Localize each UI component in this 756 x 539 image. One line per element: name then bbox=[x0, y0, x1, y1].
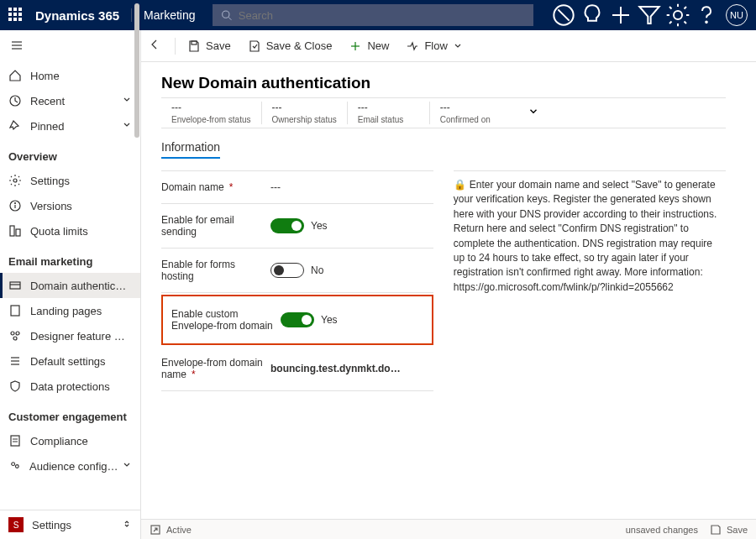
sidebar-item-default-settings[interactable]: Default settings bbox=[0, 348, 140, 374]
sidebar-item-label: Pinned bbox=[30, 120, 122, 133]
sidebar-item-data-protections[interactable]: Data protections bbox=[0, 374, 140, 399]
cmd-label: Save & Close bbox=[266, 39, 333, 52]
hamburger-icon[interactable] bbox=[0, 30, 140, 63]
compliance-icon bbox=[8, 434, 22, 447]
global-topbar: Dynamics 365 Marketing NU bbox=[0, 0, 756, 30]
sidebar-item-label: Designer feature … bbox=[30, 330, 132, 343]
page-body: New Domain authentication --- Envelope-f… bbox=[141, 62, 756, 539]
svg-point-29 bbox=[12, 463, 15, 466]
page-title: New Domain authentication bbox=[161, 74, 726, 92]
sidebar-item-compliance[interactable]: Compliance bbox=[0, 428, 140, 453]
plus-icon bbox=[349, 39, 362, 53]
field-enable-forms[interactable]: Enable for forms hosting No bbox=[161, 249, 433, 293]
area-switcher[interactable]: S Settings bbox=[0, 510, 140, 539]
designer-icon bbox=[8, 329, 22, 343]
svg-rect-28 bbox=[11, 436, 19, 446]
sidebar-item-quota[interactable]: Quota limits bbox=[0, 218, 140, 243]
plus-icon[interactable] bbox=[608, 0, 633, 30]
user-avatar[interactable]: NU bbox=[726, 4, 748, 26]
gear-icon[interactable] bbox=[665, 0, 690, 30]
sidebar-item-label: Domain authentic… bbox=[30, 280, 132, 292]
flow-button[interactable]: Flow bbox=[406, 39, 462, 53]
save-button[interactable]: Save bbox=[187, 39, 231, 53]
tab-information[interactable]: Information bbox=[161, 140, 220, 159]
new-button[interactable]: New bbox=[349, 39, 389, 53]
pin-icon bbox=[8, 119, 22, 133]
sidebar-section-email-marketing: Email marketing bbox=[0, 243, 140, 273]
sidebar-item-settings[interactable]: Settings bbox=[0, 168, 140, 193]
cmd-label: Save bbox=[206, 39, 231, 52]
sidebar-item-designer-feature[interactable]: Designer feature … bbox=[0, 323, 140, 348]
help-panel: 🔒Enter your domain name and select "Save… bbox=[454, 170, 726, 391]
area-label: Settings bbox=[32, 519, 71, 531]
status-email: --- Email status bbox=[348, 102, 430, 124]
svg-point-23 bbox=[16, 332, 19, 335]
field-domain-name[interactable]: Domain name* --- bbox=[161, 170, 433, 204]
field-enable-email[interactable]: Enable for email sending Yes bbox=[161, 204, 433, 249]
cmd-label: New bbox=[367, 39, 389, 52]
home-icon bbox=[8, 69, 22, 82]
svg-point-8 bbox=[706, 22, 707, 24]
sidebar-item-versions[interactable]: Versions bbox=[0, 193, 140, 218]
svg-marker-6 bbox=[639, 7, 659, 24]
svg-rect-18 bbox=[16, 229, 20, 236]
sidebar-item-pinned[interactable]: Pinned bbox=[0, 113, 140, 139]
cmd-label: Flow bbox=[424, 39, 447, 52]
toggle-enable-forms[interactable] bbox=[270, 263, 304, 278]
popout-icon[interactable] bbox=[150, 524, 161, 536]
svg-point-16 bbox=[15, 203, 16, 204]
svg-line-1 bbox=[228, 17, 231, 19]
save-icon bbox=[187, 39, 201, 53]
field-value: --- bbox=[270, 181, 281, 193]
search-input[interactable] bbox=[239, 9, 525, 22]
sidebar-item-home[interactable]: Home bbox=[0, 63, 140, 88]
filter-icon[interactable] bbox=[637, 0, 662, 30]
back-button[interactable] bbox=[148, 38, 171, 54]
svg-point-24 bbox=[13, 337, 17, 340]
sidebar-item-label: Recent bbox=[30, 95, 122, 107]
svg-point-13 bbox=[13, 179, 17, 182]
field-enable-custom-envelope[interactable]: Enable custom Envelope-from domain Yes bbox=[166, 303, 428, 337]
toggle-enable-email[interactable] bbox=[270, 218, 304, 233]
area-badge: S bbox=[8, 517, 24, 532]
help-icon[interactable] bbox=[694, 0, 719, 30]
save-close-button[interactable]: Save & Close bbox=[248, 39, 333, 53]
status-ownership: --- Ownership status bbox=[262, 102, 348, 124]
app-launcher-icon[interactable] bbox=[8, 8, 24, 23]
sidebar-item-audience-config[interactable]: Audience configur… bbox=[0, 453, 140, 479]
chevron-down-icon bbox=[122, 460, 132, 473]
sidebar-item-label: Settings bbox=[30, 175, 132, 187]
sidebar-item-label: Default settings bbox=[30, 355, 132, 368]
quota-icon bbox=[8, 224, 22, 238]
left-sidebar: Home Recent Pinned Overview Settings Ver… bbox=[0, 30, 141, 539]
sidebar-section-overview: Overview bbox=[0, 139, 140, 168]
sidebar-item-label: Compliance bbox=[30, 435, 132, 447]
footer-save-label[interactable]: Save bbox=[727, 525, 748, 535]
svg-point-22 bbox=[11, 332, 14, 335]
lightbulb-icon[interactable] bbox=[580, 0, 605, 30]
command-bar: Save Save & Close New Flow bbox=[141, 30, 756, 62]
highlight-custom-envelope: Enable custom Envelope-from domain Yes bbox=[161, 295, 433, 345]
sidebar-item-label: Home bbox=[30, 70, 132, 82]
svg-point-7 bbox=[674, 11, 682, 19]
status-footer: Active unsaved changes Save bbox=[141, 519, 756, 539]
sidebar-item-recent[interactable]: Recent bbox=[0, 88, 140, 113]
field-value: bouncing.test.dynmkt.do… bbox=[270, 363, 401, 374]
record-status: Active bbox=[166, 525, 192, 535]
sidebar-scrollbar[interactable] bbox=[134, 3, 139, 138]
field-envelope-domain[interactable]: Envelope-from domain name* bouncing.test… bbox=[161, 347, 433, 391]
chevron-down-icon[interactable] bbox=[528, 106, 539, 121]
sidebar-item-domain-auth[interactable]: Domain authentic… bbox=[0, 273, 140, 298]
info-icon bbox=[8, 199, 22, 212]
assistant-icon[interactable] bbox=[551, 0, 576, 30]
toggle-custom-envelope[interactable] bbox=[281, 312, 314, 327]
sidebar-item-landing-pages[interactable]: Landing pages bbox=[0, 298, 140, 323]
module-label[interactable]: Marketing bbox=[131, 8, 207, 22]
save-icon[interactable] bbox=[710, 524, 722, 536]
chevron-updown-icon bbox=[122, 519, 132, 531]
sidebar-item-label: Quota limits bbox=[30, 225, 132, 238]
sidebar-item-label: Data protections bbox=[30, 380, 132, 393]
search-icon bbox=[221, 9, 232, 21]
global-search[interactable] bbox=[213, 4, 533, 26]
brand-label: Dynamics 365 bbox=[35, 8, 119, 23]
